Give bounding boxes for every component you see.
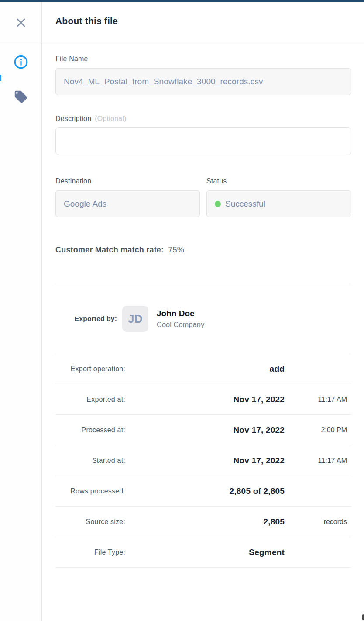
row-extra: 11:17 AM xyxy=(285,396,351,404)
exporter-identity: John Doe Cool Company xyxy=(157,309,204,329)
match-rate-label: Customer Match match rate: xyxy=(55,245,164,254)
close-icon xyxy=(15,17,27,28)
row-value: Segment xyxy=(125,548,285,557)
sidebar-tab-info[interactable] xyxy=(13,54,29,70)
row-label: Started at: xyxy=(55,457,125,465)
panel-content: File Name Description(Optional) Destinat… xyxy=(42,42,364,621)
destination-value-box: Google Ads xyxy=(55,190,200,217)
status-value: Successful xyxy=(225,199,265,209)
table-row-exported-at: Exported at: Nov 17, 2022 11:17 AM xyxy=(55,384,351,415)
file-name-label: File Name xyxy=(55,55,88,63)
exporter-name: John Doe xyxy=(157,309,204,318)
row-extra: records xyxy=(285,518,351,526)
match-rate-value: 75% xyxy=(168,245,184,254)
table-row-processed-at: Processed at: Nov 17, 2022 2:00 PM xyxy=(55,415,351,445)
row-label: Processed at: xyxy=(55,426,125,434)
description-label: Description(Optional) xyxy=(55,115,126,123)
row-label: File Type: xyxy=(55,549,125,556)
row-label: Exported at: xyxy=(55,396,125,404)
row-value: add xyxy=(125,364,285,374)
sidebar-tab-tags[interactable] xyxy=(13,89,29,105)
exported-by-label: Exported by: xyxy=(55,315,117,323)
about-file-panel: About this file File Name Description(Op… xyxy=(0,0,364,621)
destination-value: Google Ads xyxy=(64,199,106,209)
destination-label: Destination xyxy=(55,177,91,185)
row-extra: 11:17 AM xyxy=(285,457,351,465)
row-value: 2,805 of 2,805 xyxy=(125,486,285,496)
table-row-source-size: Source size: 2,805 records xyxy=(55,507,351,537)
info-icon xyxy=(14,55,28,69)
row-label: Export operation: xyxy=(55,365,125,373)
row-value: 2,805 xyxy=(125,517,285,527)
file-name-input[interactable] xyxy=(55,68,351,95)
panel-title: About this file xyxy=(55,0,118,42)
active-tab-indicator xyxy=(0,75,1,81)
description-optional-hint: (Optional) xyxy=(95,115,126,122)
section-divider xyxy=(55,284,351,284)
exported-by-row: Exported by: JD John Doe Cool Company xyxy=(55,306,351,332)
row-value: Nov 17, 2022 xyxy=(125,395,285,404)
table-row-export-operation: Export operation: add xyxy=(55,354,351,384)
row-extra: 2:00 PM xyxy=(285,426,351,434)
status-value-box: Successful xyxy=(206,190,351,217)
table-row-started-at: Started at: Nov 17, 2022 11:17 AM xyxy=(55,445,351,476)
table-row-rows-processed: Rows processed: 2,805 of 2,805 xyxy=(55,476,351,507)
table-row-file-type: File Type: Segment xyxy=(55,537,351,568)
details-table: Export operation: add Exported at: Nov 1… xyxy=(55,354,351,568)
status-dot xyxy=(215,201,221,207)
row-value: Nov 17, 2022 xyxy=(125,425,285,435)
row-label: Source size: xyxy=(55,518,125,526)
match-rate: Customer Match match rate:75% xyxy=(55,245,184,255)
row-value: Nov 17, 2022 xyxy=(125,456,285,466)
sidebar xyxy=(0,2,42,621)
top-accent-bar xyxy=(0,0,364,2)
tag-icon xyxy=(14,90,28,104)
description-textarea[interactable] xyxy=(55,127,351,155)
close-button[interactable] xyxy=(14,16,27,29)
scrollbar-fragment[interactable] xyxy=(362,614,364,620)
exporter-company: Cool Company xyxy=(157,321,204,329)
row-label: Rows processed: xyxy=(55,487,125,495)
avatar: JD xyxy=(122,306,148,332)
description-label-text: Description xyxy=(55,115,91,122)
status-label: Status xyxy=(206,177,227,185)
